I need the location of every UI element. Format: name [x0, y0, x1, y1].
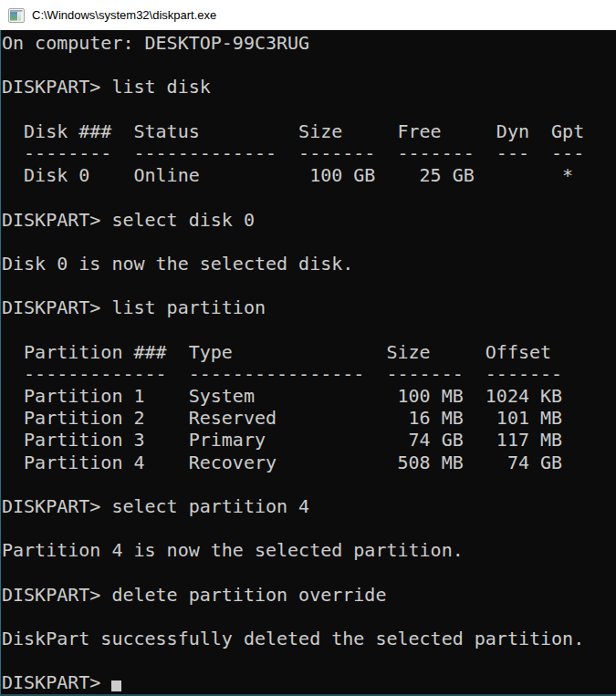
console-line-disk-selected-msg: Disk 0 is now the selected disk. — [2, 253, 616, 275]
console-line-delete-success-msg: DiskPart successfully deleted the select… — [2, 628, 616, 649]
console-line-cmd-select-disk: DISKPART> select disk 0 — [2, 209, 616, 231]
disk-table-row: Disk 0 Online 100 GB 25 GB * — [2, 164, 616, 186]
console-line — [2, 606, 616, 628]
console-line-partition-selected-msg: Partition 4 is now the selected partitio… — [2, 539, 616, 561]
console-line-computer-name: On computer: DESKTOP-99C3RUG — [2, 32, 616, 54]
console-line — [2, 99, 616, 120]
partition-table-row: Partition 2 Reserved 16 MB 101 MB — [2, 407, 616, 429]
console-window-icon — [8, 8, 25, 23]
console-line — [2, 186, 616, 208]
console-line-cmd-list-partition: DISKPART> list partition — [2, 296, 616, 318]
console-line — [2, 473, 616, 495]
console-line-cmd-list-disk: DISKPART> list disk — [2, 76, 616, 98]
diskpart-window: C:\Windows\system32\diskpart.exe On comp… — [0, 0, 616, 696]
console-line — [2, 231, 616, 253]
titlebar[interactable]: C:\Windows\system32\diskpart.exe — [0, 0, 616, 30]
partition-table-row: Partition 1 System 100 MB 1024 KB — [2, 385, 616, 407]
diskpart-prompt: DISKPART> — [2, 671, 111, 693]
disk-table-header: Disk ### Status Size Free Dyn Gpt — [2, 120, 616, 142]
console-line — [2, 562, 616, 584]
partition-table-row: Partition 4 Recovery 508 MB 74 GB — [2, 452, 616, 473]
partition-table-divider: ------------- ---------------- ------- -… — [2, 363, 616, 385]
text-cursor — [111, 680, 121, 691]
console-line-cmd-select-partition: DISKPART> select partition 4 — [2, 495, 616, 517]
console-line — [2, 649, 616, 671]
window-title: C:\Windows\system32\diskpart.exe — [32, 8, 216, 22]
console-line — [2, 318, 616, 340]
console-output[interactable]: On computer: DESKTOP-99C3RUG DISKPART> l… — [0, 30, 616, 696]
partition-table-row: Partition 3 Primary 74 GB 117 MB — [2, 429, 616, 451]
console-line — [2, 517, 616, 539]
console-line-cmd-delete-partition: DISKPART> delete partition override — [2, 584, 616, 606]
partition-table-header: Partition ### Type Size Offset — [2, 341, 616, 363]
console-line — [2, 275, 616, 296]
disk-table-divider: -------- ------------- ------- ------- -… — [2, 142, 616, 164]
console-prompt-line[interactable]: DISKPART> — [2, 671, 616, 693]
console-line — [2, 54, 616, 76]
